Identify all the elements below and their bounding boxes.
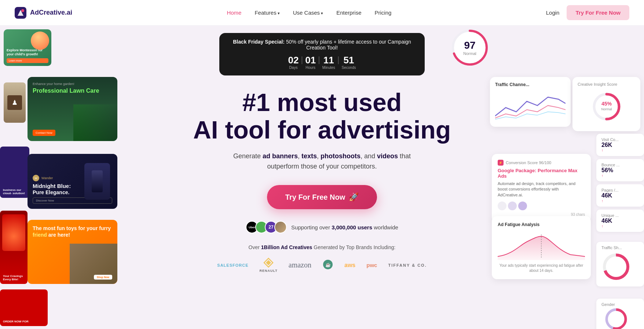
brands-section: Over 1Billion Ad Creatives Generated by …	[217, 244, 427, 273]
nav-pricing[interactable]: Pricing	[375, 10, 392, 16]
nav-cta-button[interactable]: Try For Free Now	[567, 5, 629, 20]
nav-features[interactable]: Features	[255, 10, 279, 16]
nav-right: Login Try For Free Now	[546, 5, 629, 20]
social-text: Supporting over 3,000,000 users worldwid…	[291, 224, 398, 230]
fatigue-chart	[498, 231, 585, 260]
score-gauge-widget: 97 Normal	[450, 27, 490, 68]
main-area: Explore Montessori for your child's grow…	[0, 26, 644, 329]
brand-amazon: amazon	[289, 261, 311, 269]
brand-pwc: pwc	[366, 262, 377, 268]
svg-text:45%: 45%	[601, 101, 612, 107]
left-cards: Explore Montessori for your child's grow…	[0, 26, 125, 329]
black-friday-banner: Black Friday Special: 50% off yearly pla…	[219, 33, 425, 75]
bf-text: 50% off yearly plans + lifetime access t…	[286, 39, 411, 51]
svg-text:☕: ☕	[325, 262, 331, 267]
metric-pages: Pages /... 46K ↑	[596, 184, 644, 207]
brand-starbucks: ☕	[322, 259, 333, 271]
cta-emoji: 🚀	[349, 192, 359, 202]
avatar-photo	[274, 221, 287, 233]
logo[interactable]: AdCreative.ai	[15, 7, 72, 19]
bf-bold: Black Friday Special:	[233, 39, 285, 45]
hero-subtext: Generate ad banners, texts, photoshoots,…	[233, 151, 411, 172]
bf-hours: 01	[305, 55, 316, 65]
conversion-icon: ⚡	[498, 160, 504, 166]
bf-days: 02	[288, 55, 299, 65]
ad-fatigue-card: Ad Fatigue Analysis Your ads typically s…	[492, 216, 591, 279]
metrics-column: Visit Co... 26K ↑ Bounce ... 56% ↑ Pages…	[596, 134, 644, 235]
svg-text:Normal: Normal	[601, 107, 612, 111]
creative-insight-score-card: Creative Insight Score 45% Normal	[572, 77, 640, 131]
traffic-share-widget: Traffic Sh...	[596, 242, 644, 287]
avatars: Uber 27	[246, 221, 287, 233]
conv-score-label: Conversion Score 96/100	[506, 160, 551, 165]
ad-card-lawn: Enhance your home garden! Professional L…	[28, 77, 117, 141]
gender-card: Gender	[596, 299, 644, 329]
brand-salesforce: SALESFORCE	[217, 263, 248, 267]
metric-unique: Unique ... 46K ↑	[596, 210, 644, 232]
bf-minutes: 11	[322, 55, 335, 65]
gauge-label: Normal	[463, 51, 476, 56]
brand-renault: RENAULT	[259, 258, 277, 273]
ad-card-order: ORDER NOW FOR	[0, 289, 48, 326]
hero-headline: #1 most used AI tool for advertising	[193, 89, 451, 144]
navbar: AdCreative.ai Home Features Use Cases En…	[0, 0, 644, 26]
ad-card-midnight: W Wander Midnight Blue: Pure Elegance. D…	[28, 154, 117, 209]
cis-title: Creative Insight Score	[578, 82, 635, 86]
bf-timer: 02 Days | 01 Hours | 11 Minutes | 51 Sec…	[231, 55, 413, 70]
conversion-card: ⚡ Conversion Score 96/100 Google Package…	[492, 154, 591, 222]
social-proof: Uber 27 Supporting over 3,000,000 users …	[246, 221, 398, 233]
metric-visit-count: Visit Co... 26K ↑	[596, 134, 644, 156]
svg-point-2	[21, 9, 24, 12]
fatigue-note: Your ads typically start experiencing ad…	[498, 263, 585, 273]
card-kids-cta: Learn more	[7, 58, 48, 63]
gauge-number: 97	[463, 40, 476, 51]
hero-cta-button[interactable]: Try For Free Now 🚀	[267, 185, 377, 209]
metric-bounce: Bounce ... 56% ↑	[596, 159, 644, 181]
center-content: Black Friday Special: 50% off yearly pla…	[183, 26, 461, 273]
bf-seconds: 51	[342, 55, 356, 65]
brand-tiffany: TIFFANY & CO.	[388, 263, 427, 267]
nav-enterprise[interactable]: Enterprise	[336, 10, 361, 16]
ad-card-kids: Explore Montessori for your child's grow…	[4, 29, 51, 66]
cta-label: Try For Free Now	[285, 193, 345, 202]
nav-links: Home Features Use Cases Enterprise Prici…	[227, 10, 391, 16]
svg-marker-4	[266, 260, 271, 265]
brands-label: Over 1Billion Ad Creatives Generated by …	[217, 244, 427, 250]
conv-title: Google Package: Performance Max Ads	[498, 168, 585, 179]
ad-card-food: Your Cravings Every Bite!	[0, 211, 28, 284]
nav-use-cases[interactable]: Use Cases	[293, 10, 323, 16]
conv-desc: Automate ad design, track competitors, a…	[498, 181, 585, 198]
conv-dots	[498, 202, 585, 210]
nav-home[interactable]: Home	[227, 10, 241, 16]
brands-row: SALESFORCE RENAULT amazon ☕ aws pwc TIFF…	[217, 258, 427, 273]
ad-card-pets: The most fun toys for your furry friend …	[28, 220, 117, 284]
cis-gauge: 45% Normal	[578, 90, 635, 123]
login-link[interactable]: Login	[546, 10, 560, 16]
gender-label: Gender	[601, 302, 639, 307]
ad-card-cloud: business our cloud- solution!	[0, 147, 29, 198]
fatigue-title: Ad Fatigue Analysis	[498, 222, 585, 227]
ad-card-chess: ♟	[4, 82, 26, 123]
traffic-channel-card: Traffic Channe...	[490, 77, 571, 127]
brand-aws: aws	[344, 262, 355, 269]
